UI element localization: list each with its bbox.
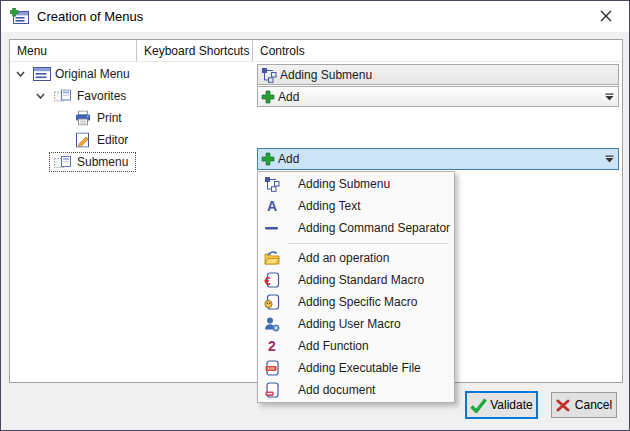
svg-text:€: € [265,275,271,287]
tree-item-label[interactable]: Favorites [77,89,126,103]
submenu-node-icon [54,156,71,169]
menu-separator [258,239,454,247]
standard-macro-icon: € [264,272,280,288]
submenu-node-icon [54,90,71,103]
cancel-label: Cancel [575,398,612,412]
cancel-button[interactable]: Cancel [551,392,617,418]
control-label: Add [278,90,299,104]
menu-item-add-an-operation[interactable]: Add an operation [258,247,454,269]
column-header-controls[interactable]: Controls [253,40,622,61]
tree-item-label[interactable]: Original Menu [55,67,130,81]
tree-item-original-menu[interactable]: Original Menu [10,63,250,85]
dropdown-arrow-icon [605,155,614,163]
svg-text:EXE: EXE [267,367,275,371]
menu-item-adding-submenu[interactable]: Adding Submenu [258,173,454,195]
tree-item-label[interactable]: Submenu [77,155,128,169]
menu-item-adding-executable-file[interactable]: EXE Adding Executable File [258,357,454,379]
tree-item-print[interactable]: Print [10,107,250,129]
column-header-keyboard-shortcuts[interactable]: Keyboard Shortcuts [137,40,253,61]
menu-item-adding-standard-macro[interactable]: € Adding Standard Macro [258,269,454,291]
grid-header: Menu Keyboard Shortcuts Controls [10,40,622,62]
user-macro-icon [264,316,280,332]
title-bar: Creation of Menus [1,1,629,32]
tree-item-label[interactable]: Editor [97,133,128,147]
menu-item-adding-user-macro[interactable]: Adding User Macro [258,313,454,335]
menu-icon [33,67,51,81]
close-button[interactable] [583,1,629,31]
menu-item-add-document[interactable]: Add document [258,379,454,401]
menu-item-adding-specific-macro[interactable]: Adding Specific Macro [258,291,454,313]
separator-line-icon [264,220,280,236]
add-dropdown-menu: Adding Submenu A Adding Text Adding Comm… [257,171,455,403]
submenu-add-dropdown[interactable]: Add [257,148,619,170]
tree-selection-focus[interactable]: Submenu [49,152,136,172]
tree-item-favorites[interactable]: Favorites [10,85,250,107]
document-tag-icon [264,382,280,398]
operation-folder-icon [264,250,280,266]
menu-add-icon [10,8,30,25]
dialog-title: Creation of Menus [37,9,143,24]
close-icon [600,10,612,22]
editor-icon [75,133,90,148]
print-icon [75,111,91,126]
validate-button[interactable]: Validate [465,391,538,419]
text-a-icon: A [264,198,280,214]
submenu-hierarchy-icon [261,67,277,83]
menu-item-adding-command-separator[interactable]: Adding Command Separator [258,217,454,239]
control-label: Add [278,152,299,166]
chevron-down-icon[interactable] [35,91,46,102]
submenu-hierarchy-icon [264,176,280,192]
svg-text:2: 2 [268,338,276,354]
specific-macro-icon [264,294,280,310]
check-icon [470,398,487,413]
creation-of-menus-dialog: Creation of Menus Menu Keyboard Shortcut… [0,0,630,431]
chevron-down-icon[interactable] [15,69,26,80]
menu-item-add-function[interactable]: 2 Add Function [258,335,454,357]
dropdown-arrow-icon [605,93,614,101]
tree-item-label[interactable]: Print [97,111,122,125]
svg-text:A: A [267,198,277,214]
menu-item-adding-text[interactable]: A Adding Text [258,195,454,217]
control-label: Adding Submenu [280,68,372,82]
executable-file-icon: EXE [264,360,280,376]
adding-submenu-button[interactable]: Adding Submenu [257,64,619,85]
x-icon [556,399,570,412]
favorites-add-dropdown[interactable]: Add [257,86,619,107]
tree-item-editor[interactable]: Editor [10,129,250,151]
column-header-menu[interactable]: Menu [10,40,137,61]
add-plus-icon [261,152,275,166]
validate-label: Validate [490,398,532,412]
function-2-icon: 2 [264,338,280,354]
tree-item-submenu[interactable]: Submenu [10,151,250,173]
add-plus-icon [261,90,275,104]
